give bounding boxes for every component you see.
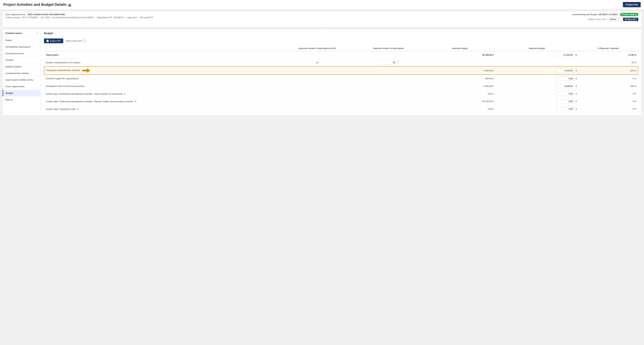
grant-na: BG01 - Human Resource Development Centre… xyxy=(45,16,94,19)
page-title: Project Activities and Budget Details xyxy=(3,2,66,6)
expand-chevron[interactable]: ⌄ xyxy=(6,21,638,25)
sidebar-item-complementary-activities[interactable]: Complementary activities xyxy=(3,70,40,77)
row-label: Activity Type: Professional development … xyxy=(44,90,282,98)
add-activity-third-button[interactable]: + xyxy=(124,92,126,95)
grant-acronym-label: Project Acronym : xyxy=(6,16,21,19)
sidebar-item-budget[interactable]: Budget xyxy=(3,90,40,96)
row-awarded: 8 000,00 € xyxy=(424,82,495,90)
row-reported-num xyxy=(353,90,424,98)
project-ongoing-badge: Project ongoing xyxy=(620,13,638,16)
budget-table: Approved number of participants by NA Re… xyxy=(44,46,638,113)
row-awarded: 800,00 € xyxy=(424,75,495,82)
row-reported-num xyxy=(353,75,424,82)
awarded-value: 80 300 € / 14 420 € xyxy=(599,13,618,16)
row-awarded: 66 150,00 € xyxy=(424,98,495,105)
row-awarded xyxy=(424,59,495,66)
table-row: Activity Type: Preparatory visits + 0,00… xyxy=(44,105,638,113)
project-list-button[interactable]: Project list xyxy=(623,2,641,7)
row-approved: 40 xyxy=(282,59,353,66)
content-area: Budget 📄 Export PDF Hide empty items App… xyxy=(40,29,642,116)
reported-budget-input[interactable] xyxy=(556,53,574,57)
row-reported-budget: € xyxy=(495,75,578,82)
main-layout: Content menu ‹ Details Participating org… xyxy=(2,29,642,116)
row-reported-num[interactable]: * xyxy=(353,59,424,66)
reported-budget-input[interactable] xyxy=(556,84,574,88)
reported-budget-input[interactable] xyxy=(556,68,574,73)
grant-number-label: Grant Agreement No. : xyxy=(6,13,27,16)
row-reported-num xyxy=(353,51,424,59)
row-percent: 0 % xyxy=(578,105,638,113)
row-percent: 0 % xyxy=(578,75,638,82)
grant-legal-name: Test-org.BG.02 xyxy=(140,16,153,19)
help-icon[interactable]: ⓘ xyxy=(68,4,71,7)
page-header: Project Activities and Budget Details ⓘ … xyxy=(0,0,644,9)
sidebar-collapse-icon[interactable]: ‹ xyxy=(37,31,38,34)
col-header-approved: Approved number of participants by NA xyxy=(282,46,353,51)
table-row: Exceptional costs for financial guarante… xyxy=(44,82,638,90)
sidebar-header: Content menu ‹ xyxy=(3,29,40,37)
row-label: Total grant complementary activities xyxy=(44,66,282,75)
add-activity-preparatory-button[interactable]: + xyxy=(77,107,79,110)
row-awarded: 0,00 € xyxy=(424,90,495,98)
row-percent: 0 % xyxy=(578,98,638,105)
sidebar-item-import-export[interactable]: Import-export mobility activity xyxy=(3,77,40,83)
row-reported-budget: € xyxy=(495,82,578,90)
sidebar-title: Content menu xyxy=(5,32,22,34)
ellipsis-icon: ⋮ xyxy=(618,18,620,20)
budget-section-title: Budget xyxy=(44,32,638,36)
sidebar-item-participating-organisations[interactable]: Participating organisations xyxy=(3,44,40,50)
table-row: Number of participants in the project 40… xyxy=(44,59,638,66)
orange-arrow-icon xyxy=(82,68,90,73)
grant-na-label: NA : xyxy=(41,16,45,19)
col-header-percent: % Reported / Awarded xyxy=(578,46,638,51)
sidebar-item-fewer-opportunities[interactable]: Fewer Opportunities xyxy=(3,83,40,90)
grant-acronym: EAC IT TRAINING - xyxy=(22,16,39,19)
reported-budget-input[interactable] xyxy=(556,99,574,103)
row-label: Activity Type: Professional development … xyxy=(44,98,282,105)
row-awarded: 5 350,00 € xyxy=(424,66,495,75)
awarded-budget-row: Awarded/Reported Budget : 80 300 € / 14 … xyxy=(572,13,638,16)
row-reported-num xyxy=(353,82,424,90)
row-reported-budget: € xyxy=(495,66,578,75)
col-header-label xyxy=(44,46,282,51)
row-approved xyxy=(282,90,353,98)
row-percent: 120 % xyxy=(578,66,638,75)
hide-empty-checkbox[interactable] xyxy=(84,40,86,42)
table-row: Inclusion support for organisations 800,… xyxy=(44,75,638,82)
row-percent: 17.96 % xyxy=(578,51,638,59)
reported-budget-input[interactable] xyxy=(556,76,574,81)
row-approved xyxy=(282,82,353,90)
pdf-icon: 📄 xyxy=(46,40,49,42)
deadline-text: Deadline: 29 avr. 2024 xyxy=(588,18,606,20)
reported-budget-input[interactable] xyxy=(556,92,574,96)
row-label: Exceptional costs for financial guarante… xyxy=(44,82,282,90)
sidebar: Content menu ‹ Details Participating org… xyxy=(2,29,40,116)
reported-budget-input[interactable] xyxy=(556,107,574,111)
sidebar-item-reports[interactable]: Reports xyxy=(3,96,40,103)
grant-banner: Grant Agreement No. : 2023-1-BG01-KA153-… xyxy=(2,11,642,27)
page-title-area: Project Activities and Budget Details ⓘ xyxy=(3,2,71,7)
participants-input[interactable] xyxy=(378,60,397,64)
row-approved xyxy=(282,51,353,59)
export-pdf-button[interactable]: 📄 Export PDF xyxy=(44,38,63,43)
grant-legal-label: Legal name : : xyxy=(127,16,139,19)
row-percent: 100 % xyxy=(578,82,638,90)
add-activity-member-button[interactable]: + xyxy=(135,100,136,103)
hide-empty-row: Hide empty items xyxy=(66,40,86,42)
row-percent: 0 % xyxy=(578,90,638,98)
sidebar-item-associated-persons[interactable]: Associated persons xyxy=(3,50,40,57)
actions-button[interactable]: Actions ⋮ xyxy=(607,17,622,21)
grant-actions-row: Deadline: 29 avr. 2024 Actions ⋮ 46 days… xyxy=(588,17,638,21)
row-label: Activity Type: Preparatory visits + xyxy=(44,105,282,113)
row-reported-budget: € xyxy=(495,105,578,113)
row-reported-num xyxy=(353,105,424,113)
toolbar-row: 📄 Export PDF Hide empty items xyxy=(44,38,638,43)
table-row: Total project 80 300,00 € € 17.96 % xyxy=(44,51,638,59)
row-label: Total project xyxy=(44,51,282,59)
sidebar-item-activities[interactable]: Activities xyxy=(3,57,40,63)
sidebar-item-details[interactable]: Details xyxy=(3,37,40,44)
table-row: Total grant complementary activities 5 3… xyxy=(44,66,638,75)
svg-marker-0 xyxy=(82,68,90,73)
sidebar-item-mobility-activities[interactable]: Mobility Activities xyxy=(3,63,40,70)
grant-number-row: Grant Agreement No. : 2023-1-BG01-KA153-… xyxy=(6,13,153,16)
